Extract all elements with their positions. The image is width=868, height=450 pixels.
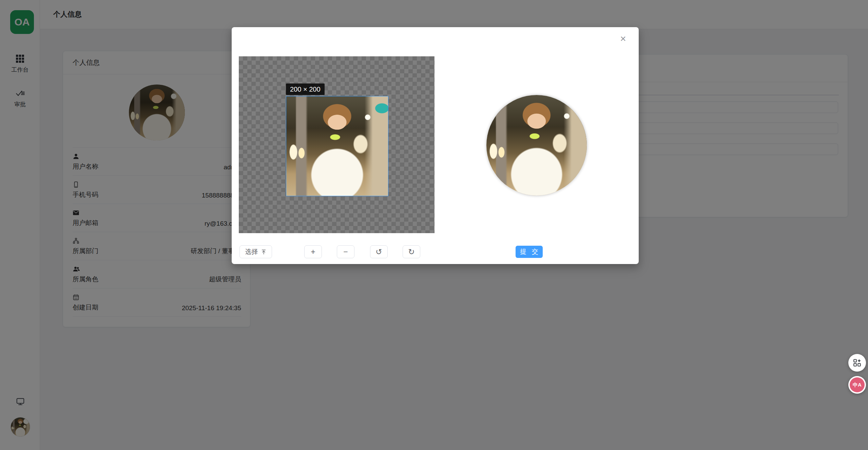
avatar-preview-circle — [486, 95, 587, 195]
preview-photo — [486, 95, 587, 195]
components-panel-fab[interactable] — [848, 354, 866, 372]
select-file-label: 选择 — [245, 247, 258, 256]
rotate-right-button[interactable]: ↻ — [403, 245, 420, 258]
crop-size-tooltip: 200 × 200 — [286, 83, 325, 95]
source-photo — [286, 96, 388, 196]
app-root: OA 工作台 审批 个人信息 — [0, 0, 868, 450]
translate-fab[interactable]: 中A — [848, 376, 866, 394]
avatar-cropper-canvas[interactable]: 200 × 200 — [239, 56, 435, 233]
submit-button[interactable]: 提 交 — [516, 246, 543, 258]
zoom-out-button[interactable]: − — [337, 245, 354, 258]
select-file-button[interactable]: 选择 — [239, 245, 272, 258]
rotate-right-icon: ↻ — [408, 248, 414, 256]
components-sparkle-icon — [853, 358, 862, 367]
plus-icon: + — [311, 248, 315, 256]
upload-icon — [261, 249, 267, 255]
crop-box[interactable] — [286, 96, 388, 196]
rotate-left-button[interactable]: ↺ — [370, 245, 388, 258]
minus-icon: − — [343, 248, 348, 256]
change-avatar-dialog: 修改头像 × 200 × 200 选择 + − ↺ ↻ 提 — [232, 27, 639, 264]
translate-icon: 中A — [850, 377, 865, 392]
zoom-in-button[interactable]: + — [304, 245, 322, 258]
rotate-left-icon: ↺ — [375, 248, 382, 256]
close-icon[interactable]: × — [616, 31, 631, 46]
